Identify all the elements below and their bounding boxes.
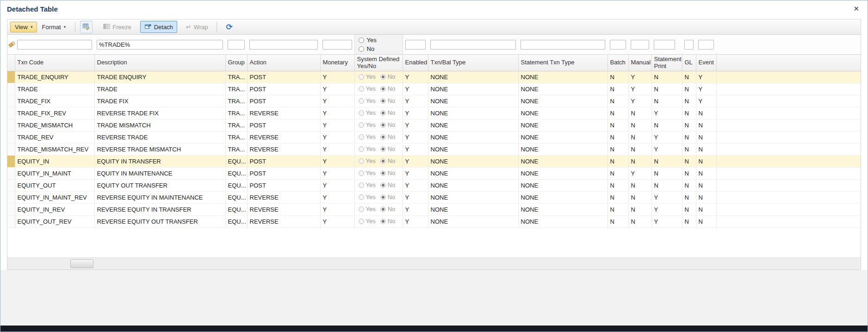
radio-no-icon	[380, 219, 386, 224]
column-header-txn-bal-type[interactable]: Txn/Bal Type	[428, 55, 518, 71]
table-row[interactable]: TRADE_FIX_REV REVERSE TRADE FIX TRA... R…	[7, 107, 861, 119]
column-header-group[interactable]: Group	[225, 55, 247, 71]
row-selector-cell[interactable]	[7, 95, 15, 107]
cell-filler	[716, 204, 861, 216]
freeze-button[interactable]: Freeze	[99, 21, 135, 33]
cell-gl: N	[682, 168, 696, 180]
horizontal-scrollbar[interactable]	[7, 257, 861, 269]
column-header-enabled[interactable]: Enabled	[403, 55, 428, 71]
filter-monetary-input[interactable]	[322, 40, 352, 50]
cell-statement-txn-type: NONE	[518, 216, 608, 228]
scrollbar-thumb[interactable]	[70, 259, 93, 268]
column-header-event[interactable]: Event	[696, 55, 716, 71]
row-selector-cell[interactable]	[7, 144, 15, 156]
table-row[interactable]: EQUITY_IN EQUITY IN TRANSFER EQU... POST…	[7, 156, 861, 168]
system-defined-radio-group: Yes No	[355, 194, 400, 200]
wrap-button[interactable]: ↵ Wrap	[182, 22, 212, 32]
view-menu-button[interactable]: View ▾	[10, 22, 37, 32]
row-selector-cell[interactable]	[7, 216, 15, 228]
radio-no-label: No	[388, 85, 396, 92]
table-row[interactable]: TRADE_REV REVERSE TRADE TRA... REVERSE Y…	[7, 132, 861, 144]
row-selector-cell[interactable]	[7, 204, 15, 216]
column-header-manual[interactable]: Manual	[628, 55, 651, 71]
cell-txn-bal-type: NONE	[428, 180, 518, 192]
table-row[interactable]: EQUITY_IN_MAINT EQUITY IN MAINTENANCE EQ…	[7, 168, 861, 180]
row-selector-cell[interactable]	[7, 83, 15, 95]
column-header-gl[interactable]: GL	[682, 55, 696, 71]
cell-statement-print: Y	[651, 132, 682, 144]
table-row[interactable]: TRADE_MISMATCH TRADE MISMATCH TRA... POS…	[7, 119, 861, 132]
row-selector-cell[interactable]	[7, 168, 15, 180]
table-row[interactable]: EQUITY_IN_MAINT_REV REVERSE EQUITY IN MA…	[7, 192, 861, 204]
cell-monetary: Y	[320, 168, 354, 180]
cell-manual: N	[628, 192, 651, 204]
radio-no-icon	[380, 86, 386, 92]
cell-monetary: Y	[320, 132, 354, 144]
table-row[interactable]: TRADE_MISMATCH_REV REVERSE TRADE MISMATC…	[7, 144, 861, 156]
column-header-description[interactable]: Description	[94, 55, 225, 71]
row-selector-cell[interactable]	[7, 132, 15, 144]
filter-system-defined-no-radio[interactable]: No	[359, 44, 399, 53]
filter-action-input[interactable]	[249, 40, 318, 50]
cell-gl: N	[682, 192, 696, 204]
table-row[interactable]: TRADE_ENQUIRY TRADE ENQUIRY TRA... POST …	[7, 71, 861, 83]
table-row[interactable]: EQUITY_OUT_REV REVERSE EQUITY OUT TRANSF…	[7, 216, 861, 228]
cell-action: REVERSE	[247, 216, 320, 228]
cell-enabled: Y	[403, 107, 428, 119]
query-by-example-button[interactable]	[80, 21, 93, 33]
cell-system-defined: Yes No	[354, 83, 403, 95]
column-header-txn-code[interactable]: Txn Code	[15, 55, 94, 71]
filter-statement-print-input[interactable]	[654, 40, 675, 50]
filter-enabled-input[interactable]	[405, 40, 426, 50]
radio-no-label: No	[388, 121, 396, 128]
row-selector-cell[interactable]	[7, 107, 15, 119]
filter-system-defined-yes-radio[interactable]: Yes	[359, 36, 399, 44]
cell-manual: Y	[628, 83, 651, 95]
column-header-system-defined[interactable]: System Defined Yes/No	[354, 55, 403, 71]
column-header-statement-txn-type[interactable]: Statement Txn Type	[518, 55, 608, 71]
filter-row-header-cell	[7, 35, 15, 55]
clear-filter-icon[interactable]	[8, 40, 16, 49]
cell-group: EQU...	[225, 180, 247, 192]
row-selector-cell[interactable]	[7, 156, 15, 168]
detach-button[interactable]: Detach	[140, 21, 177, 33]
cell-statement-print: N	[651, 83, 682, 95]
cell-filler	[716, 168, 861, 180]
cell-batch: N	[608, 180, 628, 192]
column-header-batch[interactable]: Batch	[608, 55, 628, 71]
column-header-monetary[interactable]: Monetary	[320, 55, 354, 71]
column-header-statement-print[interactable]: Statement Print	[651, 55, 682, 71]
refresh-button[interactable]: ⟳	[222, 21, 236, 33]
filter-txn-bal-type-input[interactable]	[430, 40, 516, 50]
filter-batch-input[interactable]	[610, 40, 626, 50]
cell-event: N	[696, 156, 716, 168]
cell-manual: N	[628, 156, 651, 168]
cell-action: REVERSE	[247, 144, 320, 156]
cell-txn-bal-type: NONE	[428, 216, 518, 228]
row-selector-cell[interactable]	[7, 180, 15, 192]
table-row[interactable]: EQUITY_OUT EQUITY OUT TRANSFER EQU... PO…	[7, 180, 861, 192]
cell-txn-bal-type: NONE	[428, 132, 518, 144]
filter-group-input[interactable]	[228, 40, 245, 50]
row-selector-cell[interactable]	[7, 119, 15, 132]
table-row[interactable]: TRADE TRADE TRA... POST Y Yes No Y NONE …	[7, 83, 861, 95]
row-selector-cell[interactable]	[7, 71, 15, 83]
row-selector-cell[interactable]	[7, 192, 15, 204]
filter-txn-code-input[interactable]	[17, 40, 92, 50]
format-menu-button[interactable]: Format ▾	[37, 22, 70, 32]
table-row[interactable]: TRADE_FIX TRADE FIX TRA... POST Y Yes No…	[7, 95, 861, 107]
filter-statement-txn-type-input[interactable]	[521, 40, 605, 50]
cell-manual: N	[628, 144, 651, 156]
filter-gl-input[interactable]	[684, 40, 694, 50]
filter-event-input[interactable]	[698, 40, 714, 50]
detach-icon	[144, 23, 152, 31]
cell-batch: N	[608, 156, 628, 168]
cell-statement-txn-type: NONE	[518, 83, 608, 95]
close-icon[interactable]: ✕	[851, 4, 861, 14]
column-header-action[interactable]: Action	[247, 55, 320, 71]
table-row[interactable]: EQUITY_IN_REV REVERSE EQUITY IN TRANSFER…	[7, 204, 861, 216]
cell-txn-bal-type: NONE	[428, 83, 518, 95]
filter-description-input[interactable]	[97, 40, 223, 50]
cell-batch: N	[608, 95, 628, 107]
filter-manual-input[interactable]	[631, 40, 649, 50]
